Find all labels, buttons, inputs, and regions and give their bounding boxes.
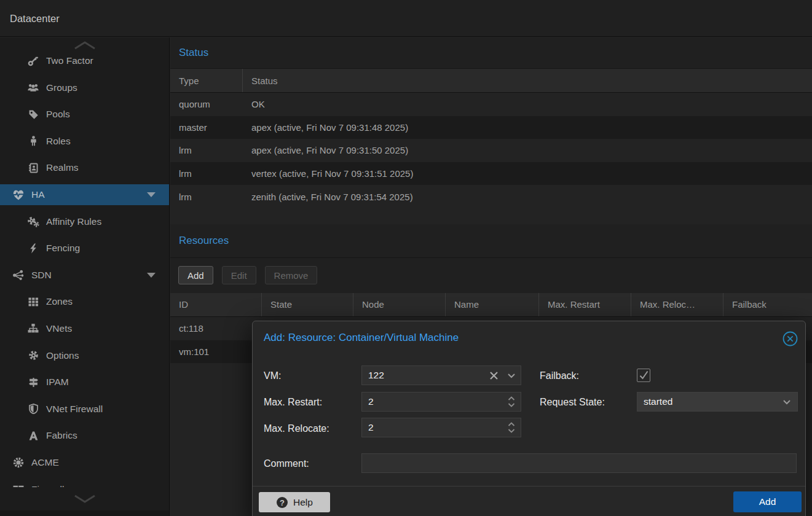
status-row[interactable]: lrmvertex (active, Fri Nov 7 09:31:51 20… (170, 162, 812, 186)
spinner-down-icon[interactable] (508, 429, 515, 433)
sidebar-item-acme[interactable]: ACME (0, 452, 169, 473)
chevron-down-icon[interactable] (507, 373, 516, 378)
sidebar-item-label: Fencing (46, 243, 80, 254)
sidebar-item-ha[interactable]: HA (0, 184, 169, 205)
status-row[interactable]: lrmapex (active, Fri Nov 7 09:31:50 2025… (170, 139, 812, 162)
sidebar-item-label: ACME (31, 457, 59, 468)
sidebar-item-label: Groups (46, 82, 77, 93)
spinner-up-icon[interactable] (508, 396, 515, 401)
sidebar-item-label: Fabrics (46, 430, 77, 441)
gear-icon (26, 350, 40, 362)
caret-down-icon[interactable] (147, 273, 156, 278)
address-book-icon (26, 162, 40, 174)
page-title: Datacenter (10, 12, 60, 24)
resources-panel-title: Resources (170, 224, 812, 258)
comment-label: Comment: (264, 458, 309, 469)
sidebar-item-label: Zones (46, 296, 73, 307)
max-restart-spinner[interactable]: 2 (361, 392, 521, 412)
cell: lrm (170, 185, 243, 208)
cell: vm:101 (170, 340, 262, 364)
heartbeat-icon (12, 189, 25, 201)
column-header-id[interactable]: ID (170, 293, 262, 316)
sidebar-bottom-strip (0, 510, 169, 516)
sidebar-item-label: VNet Firewall (46, 404, 103, 415)
request-state-select[interactable]: started (637, 392, 798, 412)
sidebar-item-two-factor[interactable]: Two Factor (0, 50, 169, 71)
cell: quorum (170, 93, 243, 116)
sidebar-item-vnet-firewall[interactable]: VNet Firewall (0, 399, 169, 420)
fabric-icon (26, 429, 40, 442)
sidebar-item-realms[interactable]: Realms (0, 157, 169, 178)
column-header-failback[interactable]: Failback (723, 293, 812, 316)
cell: vertex (active, Fri Nov 7 09:31:51 2025) (243, 162, 812, 186)
sidebar-item-label: SDN (31, 270, 52, 281)
cell: master (170, 116, 243, 139)
sidebar-item-affinity-rules[interactable]: Affinity Rules (0, 211, 169, 232)
spinner-up-icon[interactable] (508, 422, 515, 426)
sidebar-item-label: IPAM (46, 377, 69, 388)
sidebar-item-options[interactable]: Options (0, 345, 169, 366)
remove-button[interactable]: Remove (265, 266, 318, 284)
cell: lrm (170, 162, 243, 186)
dialog-footer-divider (253, 486, 805, 487)
column-header-max-restart[interactable]: Max. Restart (539, 293, 631, 316)
resources-table-header: IDStateNodeNameMax. RestartMax. Reloc…Fa… (170, 293, 812, 317)
column-header-max-reloc-[interactable]: Max. Reloc… (631, 293, 723, 316)
bolt-icon (26, 242, 40, 254)
clear-icon[interactable] (489, 371, 499, 380)
caret-down-icon[interactable] (147, 487, 156, 488)
cell: ct:118 (170, 317, 262, 340)
status-row[interactable]: quorumOK (170, 93, 812, 116)
sidebar-item-label: HA (31, 189, 45, 200)
help-button[interactable]: ? Help (259, 492, 330, 512)
cell: OK (243, 93, 812, 116)
max-relocate-spinner[interactable]: 2 (361, 418, 521, 437)
max-restart-label: Max. Restart: (264, 397, 322, 408)
sidebar-item-label: Affinity Rules (46, 216, 101, 227)
add-resource-dialog: Add: Resource: Container/Virtual Machine… (252, 321, 806, 516)
status-table-body: quorumOKmasterapex (active, Fri Nov 7 09… (170, 93, 812, 208)
sidebar-item-pools[interactable]: Pools (0, 104, 169, 125)
vm-label: VM: (264, 370, 281, 381)
top-bar: Datacenter (0, 0, 812, 37)
vm-combobox[interactable]: 122 (361, 366, 521, 385)
chevron-down-icon[interactable] (782, 399, 791, 405)
comment-input[interactable] (361, 453, 797, 473)
sidebar-item-fabrics[interactable]: Fabrics (0, 425, 169, 446)
sidebar-item-label: Pools (46, 109, 70, 120)
sidebar-item-fencing[interactable]: Fencing (0, 238, 169, 259)
close-icon[interactable] (782, 331, 798, 346)
sidebar-item-sdn[interactable]: SDN (0, 265, 169, 286)
status-row[interactable]: lrmzenith (active, Fri Nov 7 09:31:54 20… (170, 185, 812, 208)
caret-down-icon[interactable] (147, 192, 156, 197)
person-icon (26, 135, 40, 147)
sidebar-item-label: Options (46, 350, 79, 361)
sidebar-item-ipam[interactable]: IPAM (0, 372, 169, 393)
sidebar-item-firewall[interactable]: Firewall (0, 479, 169, 488)
proxmox-app: Datacenter Two FactorGroupsPoolsRolesRea… (0, 0, 812, 516)
failback-checkbox[interactable] (637, 369, 650, 382)
sidebar-item-roles[interactable]: Roles (0, 131, 169, 152)
edit-button[interactable]: Edit (222, 266, 256, 284)
cell: apex (active, Fri Nov 7 09:31:48 2025) (243, 116, 812, 139)
column-header-state[interactable]: State (262, 293, 353, 316)
sidebar-nav: Two FactorGroupsPoolsRolesRealmsHAAffini… (0, 50, 169, 487)
scroll-down-icon[interactable] (73, 495, 97, 506)
sidebar-item-zones[interactable]: Zones (0, 291, 169, 312)
tag-icon (26, 108, 40, 120)
add-button[interactable]: Add (178, 266, 213, 284)
key-icon (26, 55, 40, 67)
column-header-name[interactable]: Name (446, 293, 539, 316)
column-header-type[interactable]: Type (170, 69, 243, 92)
cell: lrm (170, 139, 243, 162)
spinner-down-icon[interactable] (508, 403, 515, 407)
column-header-node[interactable]: Node (353, 293, 446, 316)
request-state-label: Request State: (540, 397, 605, 408)
column-header-status[interactable]: Status (243, 69, 812, 92)
sidebar-item-vnets[interactable]: VNets (0, 318, 169, 339)
sidebar-item-groups[interactable]: Groups (0, 77, 169, 98)
status-row[interactable]: masterapex (active, Fri Nov 7 09:31:48 2… (170, 116, 812, 139)
wall-icon (12, 483, 25, 488)
shield-icon (26, 403, 40, 415)
dialog-add-button[interactable]: Add (733, 491, 802, 512)
